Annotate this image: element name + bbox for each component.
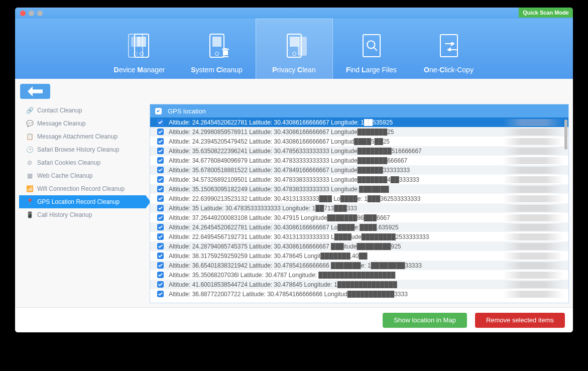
titlebar: Quick Scan Mode xyxy=(15,8,573,19)
gps-row[interactable]: Altitude: 24.26454520622781 Latitude: 30… xyxy=(150,222,568,232)
row-checkbox[interactable] xyxy=(157,253,164,259)
body: 🔗Contact Cleanup💬Message Cleanup📋Message… xyxy=(15,79,573,332)
tab-device[interactable]: Device Manager xyxy=(101,19,178,79)
gps-row[interactable]: Altitude: 24.29980859578911 Latitude: 30… xyxy=(150,127,568,137)
show-in-map-button[interactable]: Show location in Map xyxy=(383,313,467,328)
gps-row[interactable]: Altitude: 24.23945205479452 Latitude: 30… xyxy=(150,137,568,146)
arrow-left-icon xyxy=(28,86,43,96)
list-header[interactable]: GPS location xyxy=(150,104,568,117)
gps-row-text: Altitude: 24.28794085745375 Latitude: 30… xyxy=(169,243,563,250)
sidebar-item-call-history-cleanup[interactable]: 📱Call History Cleanup xyxy=(19,208,146,221)
gps-row-text: Altitude: 34.67760849096979 Latitude: 30… xyxy=(169,157,563,164)
gps-row-text: Altitude: 41.60018538544724 Latitude: 30… xyxy=(169,281,563,288)
row-checkbox[interactable] xyxy=(157,205,164,211)
gps-row[interactable]: Altitude: 35.63508222396241 Latitude: 30… xyxy=(150,146,568,156)
zoom-icon[interactable] xyxy=(37,11,43,16)
row-checkbox[interactable] xyxy=(157,272,164,278)
gps-row-text: Altitude: 22.63990213523132 Latitude: 30… xyxy=(169,195,563,202)
gps-row[interactable]: Altitude: 38.31759259259259 Latitude: 30… xyxy=(150,251,568,261)
tab-icon xyxy=(279,31,309,61)
gps-row[interactable]: Altitude: 35.67800518881522 Latitude: 30… xyxy=(150,165,568,175)
row-checkbox[interactable] xyxy=(157,186,164,192)
gps-row[interactable]: Altitude: 34.57326892109501 Latitude: 30… xyxy=(150,175,568,184)
quick-scan-mode-badge[interactable]: Quick Scan Mode xyxy=(519,8,573,18)
gps-row-text: Altitude: 24.29980859578911 Latitude: 30… xyxy=(169,129,563,136)
row-checkbox[interactable] xyxy=(157,291,164,297)
row-checkbox[interactable] xyxy=(157,167,164,173)
sidebar-item-contact-cleanup[interactable]: 🔗Contact Cleanup xyxy=(19,104,146,117)
row-checkbox[interactable] xyxy=(157,281,164,288)
row-checkbox[interactable] xyxy=(157,243,164,250)
gps-row-text: Altitude: 36.887722007722 Latitude: 30.4… xyxy=(169,291,563,298)
minimize-icon[interactable] xyxy=(29,11,34,16)
sidebar-item-safari-cookies-cleanup[interactable]: ⊘Safari Cookies Cleanup xyxy=(19,156,146,169)
gps-row[interactable]: Altitude: 41.60018538544724 Latitude: 30… xyxy=(150,280,568,289)
tab-find[interactable]: Find Large Files xyxy=(333,19,410,79)
list-header-title: GPS location xyxy=(168,107,206,115)
row-checkbox[interactable] xyxy=(157,262,164,269)
tab-one-[interactable]: One-Click-Copy xyxy=(410,19,488,79)
main-panel: GPS location Altitude: 24.26454520622781… xyxy=(150,104,569,303)
sidebar-icon: 💬 xyxy=(26,120,33,127)
gps-row[interactable]: Altitude: 22.63990213523132 Latitude: 30… xyxy=(150,194,568,203)
app-window: Quick Scan Mode Device ManagerSystem Cle… xyxy=(15,8,573,332)
row-checkbox[interactable] xyxy=(157,157,164,164)
tab-label: Find Large Files xyxy=(346,66,397,74)
sidebar-item-message-cleanup[interactable]: 💬Message Cleanup xyxy=(19,117,146,130)
sidebar: 🔗Contact Cleanup💬Message Cleanup📋Message… xyxy=(19,104,146,303)
sidebar-item-label: Call History Cleanup xyxy=(37,211,92,218)
remove-selected-button[interactable]: Remove selected items xyxy=(475,313,565,328)
row-checkbox[interactable] xyxy=(157,138,164,145)
row-checkbox[interactable] xyxy=(157,233,164,240)
tab-icon xyxy=(125,31,155,61)
row-checkbox[interactable] xyxy=(157,176,164,183)
sidebar-item-message-attachment-cleanup[interactable]: 📋Message Attachment Cleanup xyxy=(19,130,146,143)
tab-label: One-Click-Copy xyxy=(424,66,474,74)
tab-label: Device Manager xyxy=(114,66,165,74)
row-checkbox[interactable] xyxy=(157,148,164,154)
gps-row[interactable]: Altitude: 35 Latitude: 30.47835333333333… xyxy=(150,203,568,213)
row-checkbox[interactable] xyxy=(157,195,164,202)
gps-row-text: Altitude: 35.15063095182249 Latitude: 30… xyxy=(169,186,563,193)
sidebar-item-label: GPS Location Record Cleanup xyxy=(37,198,120,205)
gps-row[interactable]: Altitude: 22.64954567192731 Latitude: 30… xyxy=(150,232,568,241)
row-checkbox[interactable] xyxy=(157,129,164,135)
sidebar-icon: 📋 xyxy=(26,133,33,140)
footer: Show location in Map Remove selected ite… xyxy=(15,307,573,332)
close-icon[interactable] xyxy=(20,11,26,16)
gps-row[interactable]: Altitude: 37.26449200083108 Latitude: 30… xyxy=(150,213,568,222)
row-checkbox[interactable] xyxy=(157,214,164,221)
gps-row[interactable]: Altitude: 24.26454520622781 Latitude: 30… xyxy=(150,117,568,127)
row-checkbox[interactable] xyxy=(157,224,164,230)
row-checkbox[interactable] xyxy=(157,119,164,126)
select-all-checkbox[interactable] xyxy=(155,108,162,114)
sidebar-item-label: Safari Cookies Cleanup xyxy=(37,159,100,166)
sidebar-icon: 📍 xyxy=(26,198,33,205)
list-rows[interactable]: Altitude: 24.26454520622781 Latitude: 30… xyxy=(150,117,568,303)
gps-row-text: Altitude: 35.63508222396241 Latitude: 30… xyxy=(169,148,563,155)
gps-row[interactable]: Altitude: 24.28794085745375 Latitude: 30… xyxy=(150,241,568,251)
sidebar-item-wifi-connection-record-cleanup[interactable]: 📶Wifi Connection Record Cleanup xyxy=(19,182,146,195)
sidebar-item-web-cache-cleanup[interactable]: ▦Web Cache Cleanup xyxy=(19,169,146,182)
gps-row-text: Altitude: 38.31759259259259 Latitude: 30… xyxy=(169,253,563,260)
sidebar-item-safari-browse-history-cleanup[interactable]: 🕒Safari Browse History Cleanup xyxy=(19,143,146,156)
tab-system[interactable]: System Cleanup xyxy=(178,19,256,79)
gps-row[interactable]: Altitude: 35.15063095182249 Latitude: 30… xyxy=(150,184,568,194)
tab-privacy[interactable]: Privacy Clean xyxy=(256,19,333,79)
gps-row-text: Altitude: 24.26454520622781 Latitude: 30… xyxy=(169,224,563,231)
gps-row[interactable]: Altitude: 36.65401838321942 Latitude: 30… xyxy=(150,261,568,270)
sidebar-item-label: Contact Cleanup xyxy=(37,107,82,114)
scrollbar[interactable] xyxy=(564,119,567,150)
sidebar-icon: 📱 xyxy=(26,211,33,218)
tab-label: Privacy Clean xyxy=(272,66,315,74)
top-tabs: Device ManagerSystem CleanupPrivacy Clea… xyxy=(15,19,573,79)
tab-icon xyxy=(434,31,464,61)
gps-row[interactable]: Altitude: 35.35068207036l Latitude: 30.4… xyxy=(150,270,568,280)
sidebar-item-label: Wifi Connection Record Cleanup xyxy=(37,185,125,192)
tab-icon xyxy=(202,31,232,61)
gps-row[interactable]: Altitude: 34.67760849096979 Latitude: 30… xyxy=(150,156,568,165)
gps-row[interactable]: Altitude: 36.887722007722 Latitude: 30.4… xyxy=(150,289,568,299)
back-button[interactable] xyxy=(20,84,50,99)
sidebar-item-label: Web Cache Cleanup xyxy=(37,172,93,179)
sidebar-item-gps-location-record-cleanup[interactable]: 📍GPS Location Record Cleanup xyxy=(19,195,146,208)
